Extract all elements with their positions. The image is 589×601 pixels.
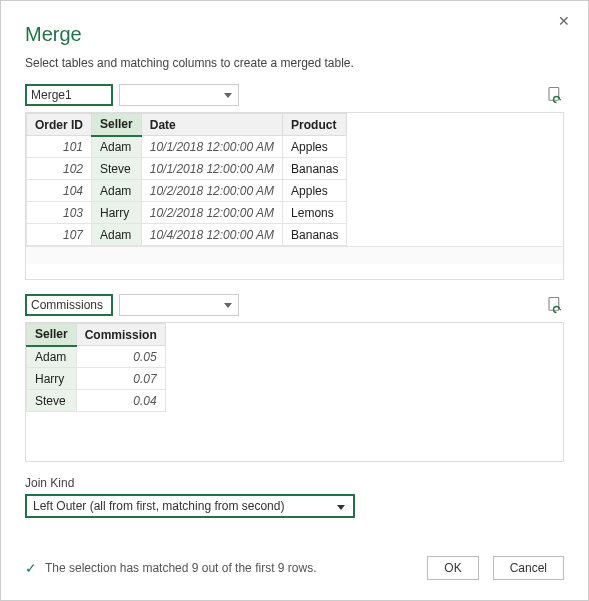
table-row: 107 Adam 10/4/2018 12:00:00 AM Bananas	[27, 224, 347, 246]
col-header-seller[interactable]: Seller	[92, 114, 142, 136]
cancel-button[interactable]: Cancel	[493, 556, 564, 580]
first-column-dropdown[interactable]	[119, 84, 239, 106]
second-table-dropdown[interactable]: Commissions	[25, 294, 113, 316]
cell-orderid: 107	[27, 224, 92, 246]
cell-seller: Adam	[92, 180, 142, 202]
table-footer-strip	[26, 246, 563, 264]
join-kind-label: Join Kind	[25, 476, 564, 490]
status-row: ✓ The selection has matched 9 out of the…	[25, 556, 564, 580]
second-table-section: Commissions Seller Commission Ad	[25, 294, 564, 462]
first-table-dropdown[interactable]: Merge1	[25, 84, 113, 106]
merge-dialog: ✕ Merge Select tables and matching colum…	[0, 0, 589, 601]
cell-seller: Harry	[92, 202, 142, 224]
cell-product: Bananas	[283, 224, 347, 246]
col-header-seller[interactable]: Seller	[27, 324, 77, 346]
cell-commission: 0.07	[76, 368, 165, 390]
cell-product: Apples	[283, 136, 347, 158]
cell-date: 10/2/2018 12:00:00 AM	[141, 180, 282, 202]
cell-commission: 0.04	[76, 390, 165, 412]
table-row: 102 Steve 10/1/2018 12:00:00 AM Bananas	[27, 158, 347, 180]
cell-seller: Adam	[27, 346, 77, 368]
refresh-icon[interactable]	[546, 86, 564, 104]
join-kind-section: Join Kind Left Outer (all from first, ma…	[25, 476, 564, 518]
second-table-preview: Seller Commission Adam 0.05 Harry 0.07 S…	[25, 322, 564, 462]
table-row: Adam 0.05	[27, 346, 166, 368]
table-row: 103 Harry 10/2/2018 12:00:00 AM Lemons	[27, 202, 347, 224]
col-header-commission[interactable]: Commission	[76, 324, 165, 346]
cell-seller: Adam	[92, 136, 142, 158]
col-header-product[interactable]: Product	[283, 114, 347, 136]
cell-seller: Steve	[92, 158, 142, 180]
cell-orderid: 104	[27, 180, 92, 202]
join-kind-dropdown[interactable]: Left Outer (all from first, matching fro…	[25, 494, 355, 518]
table-header-row: Seller Commission	[27, 324, 166, 346]
cell-orderid: 101	[27, 136, 92, 158]
dialog-title: Merge	[25, 23, 564, 46]
table-row: Steve 0.04	[27, 390, 166, 412]
status-text: The selection has matched 9 out of the f…	[45, 561, 413, 575]
cell-product: Bananas	[283, 158, 347, 180]
table-header-row: Order ID Seller Date Product	[27, 114, 347, 136]
cell-orderid: 103	[27, 202, 92, 224]
dialog-subtitle: Select tables and matching columns to cr…	[25, 56, 564, 70]
cell-date: 10/1/2018 12:00:00 AM	[141, 158, 282, 180]
cell-product: Lemons	[283, 202, 347, 224]
refresh-icon[interactable]	[546, 296, 564, 314]
first-table-section: Merge1 Order ID Seller Date Product	[25, 84, 564, 280]
first-table-preview: Order ID Seller Date Product 101 Adam 10…	[25, 112, 564, 280]
cell-seller: Adam	[92, 224, 142, 246]
col-header-orderid[interactable]: Order ID	[27, 114, 92, 136]
col-header-date[interactable]: Date	[141, 114, 282, 136]
second-column-dropdown[interactable]	[119, 294, 239, 316]
check-icon: ✓	[25, 560, 37, 576]
table-row: 101 Adam 10/1/2018 12:00:00 AM Apples	[27, 136, 347, 158]
cell-orderid: 102	[27, 158, 92, 180]
close-button[interactable]: ✕	[552, 9, 576, 33]
cell-commission: 0.05	[76, 346, 165, 368]
table-row: 104 Adam 10/2/2018 12:00:00 AM Apples	[27, 180, 347, 202]
cell-seller: Steve	[27, 390, 77, 412]
cell-date: 10/4/2018 12:00:00 AM	[141, 224, 282, 246]
cell-product: Apples	[283, 180, 347, 202]
cell-seller: Harry	[27, 368, 77, 390]
cell-date: 10/1/2018 12:00:00 AM	[141, 136, 282, 158]
cell-date: 10/2/2018 12:00:00 AM	[141, 202, 282, 224]
table-row: Harry 0.07	[27, 368, 166, 390]
ok-button[interactable]: OK	[427, 556, 478, 580]
